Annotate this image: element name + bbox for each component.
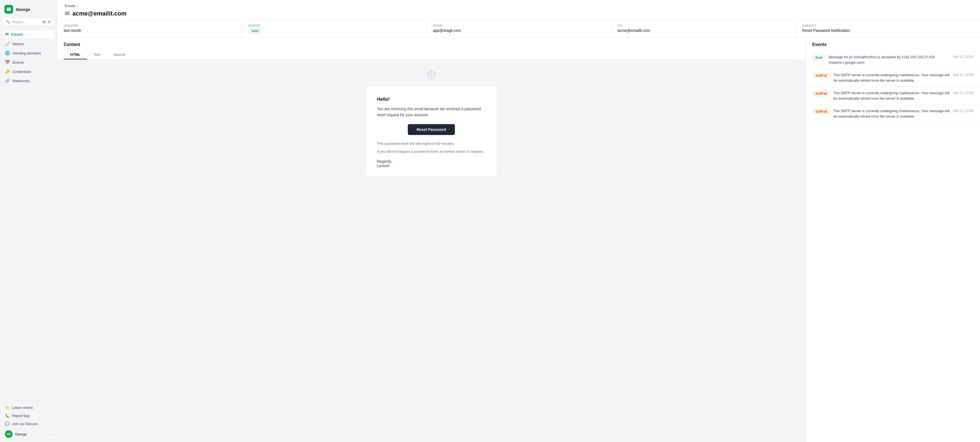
- meta-subject-value: Reset Password Notification: [802, 28, 974, 33]
- sidebar-footer: ⭐ Leave review 🐛 Report bug 💬 Join our D…: [0, 401, 57, 442]
- shortcut-cmd: ⌘: [41, 20, 46, 24]
- report-bug-link[interactable]: 🐛 Report bug: [2, 412, 55, 420]
- email-header-logo: [423, 60, 440, 87]
- meta-bar: CREATED last month STATUS Sent FROM app@…: [57, 20, 980, 38]
- tab-source[interactable]: Source: [107, 50, 132, 59]
- sending-domains-icon: 🌐: [5, 51, 10, 56]
- events-panel: Events Sent Message for jiri.zizka@funfi…: [806, 38, 980, 442]
- sidebar-header: George: [0, 0, 57, 16]
- top-bar: Emails › ✉ acme@emailit.com: [57, 0, 980, 20]
- events-icon: 📅: [5, 60, 10, 65]
- event-message-3: The SMTP server is currently undergoing …: [834, 108, 950, 119]
- email-intro: You are receiving this email because we …: [377, 106, 486, 118]
- sidebar-item-metrics-label: Metrics: [13, 42, 24, 46]
- event-message-0: Message for jiri.zizka@funfirst.cz accep…: [829, 54, 950, 65]
- breadcrumb: Emails ›: [65, 4, 972, 8]
- meta-from: FROM app@dragit.com: [426, 20, 611, 38]
- sidebar-item-metrics[interactable]: 📈 Metrics: [2, 40, 55, 48]
- meta-created: CREATED last month: [57, 20, 242, 38]
- meta-status-label: STATUS: [248, 24, 420, 27]
- event-row: SoftFail The SMTP server is currently un…: [806, 69, 980, 87]
- search-box[interactable]: 🔍 Search... ⌘ K: [3, 18, 54, 26]
- page-title-row: ✉ acme@emailit.com: [65, 10, 972, 17]
- meta-created-label: CREATED: [64, 24, 235, 27]
- leave-review-label: Leave review: [12, 405, 33, 410]
- email-panel-header: Content HTML Text Source: [57, 38, 805, 60]
- meta-from-label: FROM: [433, 24, 604, 27]
- softfail-badge-1: SoftFail: [812, 73, 830, 78]
- page-title: acme@emailit.com: [72, 10, 127, 17]
- status-badge: Sent: [248, 28, 261, 34]
- meta-subject-label: SUBJECT: [802, 24, 974, 27]
- email-expiry: This password reset link will expire in …: [377, 141, 486, 146]
- sidebar-item-events-label: Events: [13, 60, 24, 65]
- meta-to-value: acme@emailit.com: [618, 28, 789, 33]
- meta-to: TO acme@emailit.com: [611, 20, 796, 38]
- bug-icon: 🐛: [5, 413, 10, 418]
- event-date-1: Dec 22, 02:00: [953, 73, 974, 77]
- email-content: Hello! You are receiving this email beca…: [57, 60, 805, 442]
- event-badge-softfail-2: SoftFail: [812, 91, 830, 96]
- reset-password-button[interactable]: Reset Password: [408, 124, 455, 135]
- event-date-0: Dec 22, 08:00: [953, 55, 974, 59]
- join-discord-label: Join our Discord: [12, 422, 38, 426]
- discord-icon: 💬: [5, 421, 10, 426]
- meta-status: STATUS Sent: [242, 20, 426, 38]
- search-placeholder: Search...: [12, 20, 40, 24]
- sidebar-item-webhooks[interactable]: 🔗 Webhooks: [2, 76, 55, 85]
- email-panel: Content HTML Text Source: [57, 38, 806, 442]
- sidebar-item-credentials-label: Credentials: [13, 70, 31, 74]
- page-icon: ✉: [65, 10, 70, 17]
- sidebar-item-events[interactable]: 📅 Events: [2, 58, 55, 67]
- avatar: GE: [5, 430, 13, 438]
- sidebar-item-emails[interactable]: ✉ Emails: [2, 30, 55, 39]
- tab-text[interactable]: Text: [87, 50, 107, 59]
- user-menu-dots[interactable]: ⋯: [47, 431, 52, 437]
- email-brand: Laravel: [377, 164, 486, 168]
- email-body-card: Hello! You are receiving this email beca…: [366, 87, 497, 176]
- metrics-icon: 📈: [5, 41, 10, 46]
- meta-created-value: last month: [64, 28, 235, 33]
- sidebar-user-name: George: [16, 7, 30, 12]
- emails-icon: ✉: [5, 32, 9, 37]
- main-content: Emails › ✉ acme@emailit.com CREATED last…: [57, 0, 980, 442]
- sidebar-item-credentials[interactable]: 🔑 Credentials: [2, 67, 55, 76]
- tabs: HTML Text Source: [64, 50, 799, 60]
- email-greeting: Hello!: [377, 97, 486, 102]
- credentials-icon: 🔑: [5, 69, 10, 74]
- softfail-badge-2: SoftFail: [812, 91, 830, 96]
- leave-review-link[interactable]: ⭐ Leave review: [2, 403, 55, 412]
- sidebar-item-sending-domains[interactable]: 🌐 Sending domains: [2, 49, 55, 57]
- event-date-3: Dec 21, 21:00: [953, 109, 974, 113]
- meta-status-value: Sent: [248, 28, 420, 34]
- event-message-2: The SMTP server is currently undergoing …: [834, 91, 950, 101]
- email-no-action: If you did not request a password reset,…: [377, 149, 486, 154]
- content-area: Content HTML Text Source: [57, 38, 980, 442]
- webhooks-icon: 🔗: [5, 78, 10, 83]
- avatar-initials: GE: [6, 432, 11, 436]
- sidebar-item-emails-label: Emails: [11, 32, 23, 37]
- events-panel-title: Events: [806, 42, 980, 51]
- app-logo: [4, 5, 13, 14]
- user-row[interactable]: GE George ⋯: [2, 428, 55, 440]
- sidebar-item-webhooks-label: Webhooks: [13, 79, 30, 83]
- softfail-badge-3: SoftFail: [812, 109, 830, 114]
- event-badge-sent: Sent: [812, 55, 826, 60]
- search-icon: 🔍: [6, 20, 10, 24]
- laravel-logo: [423, 68, 440, 84]
- tab-html[interactable]: HTML: [64, 50, 87, 59]
- email-regards: Regards,: [377, 159, 486, 164]
- email-panel-title: Content: [64, 42, 799, 47]
- meta-subject: SUBJECT Reset Password Notification: [796, 20, 980, 38]
- event-row: Sent Message for jiri.zizka@funfirst.cz …: [806, 51, 980, 69]
- event-message-1: The SMTP server is currently undergoing …: [834, 72, 950, 83]
- user-row-name: George: [15, 432, 45, 436]
- breadcrumb-parent[interactable]: Emails: [65, 4, 75, 8]
- star-icon: ⭐: [5, 405, 10, 410]
- email-button-wrap: Reset Password: [377, 124, 486, 135]
- report-bug-label: Report bug: [12, 414, 29, 418]
- breadcrumb-chevron: ›: [77, 4, 78, 8]
- join-discord-link[interactable]: 💬 Join our Discord: [2, 420, 55, 428]
- event-date-2: Dec 21, 22:00: [953, 91, 974, 95]
- meta-from-value: app@dragit.com: [433, 28, 604, 33]
